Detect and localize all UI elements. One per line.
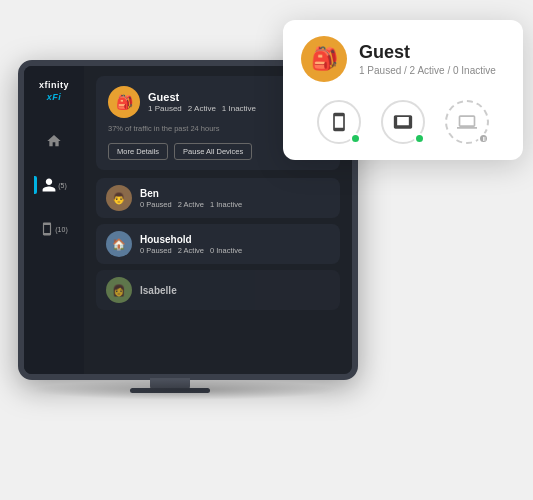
phone-icon-circle — [317, 100, 361, 144]
tv-shadow — [30, 380, 340, 400]
guest-avatar: 🎒 — [108, 86, 140, 118]
isabelle-avatar: 👩 — [106, 277, 132, 303]
active-bar — [34, 176, 37, 194]
ben-profile-item[interactable]: 👨 Ben 0 Paused 2 Active 1 Inactive — [96, 178, 340, 218]
phone-status-active — [350, 133, 361, 144]
popup-name: Guest — [359, 42, 505, 63]
pause-all-button[interactable]: Pause All Devices — [174, 143, 252, 160]
sidebar-item-devices[interactable]: (10) — [38, 215, 70, 243]
device-desktop[interactable]: ⏸ — [445, 100, 489, 144]
isabelle-profile-item[interactable]: 👩 Isabelle — [96, 270, 340, 310]
ben-stats: 0 Paused 2 Active 1 Inactive — [140, 200, 330, 209]
device-tablet[interactable] — [381, 100, 425, 144]
tablet-status-active — [414, 133, 425, 144]
household-avatar: 🏠 — [106, 231, 132, 257]
devices-row: ⏸ — [301, 96, 505, 144]
sidebar-item-home[interactable] — [38, 127, 70, 155]
desktop-status-paused: ⏸ — [478, 133, 489, 144]
isabelle-name: Isabelle — [140, 285, 330, 296]
brand: xfinity xFi — [39, 80, 69, 103]
popup-avatar: 🎒 — [301, 36, 347, 82]
popup-card: 🎒 Guest 1 Paused / 2 Active / 0 Inactive — [283, 20, 523, 160]
household-profile-item[interactable]: 🏠 Household 0 Paused 2 Active 0 Inactive — [96, 224, 340, 264]
household-name: Household — [140, 234, 330, 245]
ben-avatar: 👨 — [106, 185, 132, 211]
device-phone[interactable] — [317, 100, 361, 144]
sidebar: xfinity xFi (5) ( — [24, 66, 84, 374]
popup-stats: 1 Paused / 2 Active / 0 Inactive — [359, 65, 505, 76]
devices-badge: (10) — [55, 226, 67, 233]
more-details-button[interactable]: More Details — [108, 143, 168, 160]
household-stats: 0 Paused 2 Active 0 Inactive — [140, 246, 330, 255]
users-badge: (5) — [58, 182, 67, 189]
tablet-icon-circle — [381, 100, 425, 144]
desktop-icon-circle: ⏸ — [445, 100, 489, 144]
sidebar-item-users[interactable]: (5) — [38, 171, 70, 199]
ben-name: Ben — [140, 188, 330, 199]
popup-header: 🎒 Guest 1 Paused / 2 Active / 0 Inactive — [301, 36, 505, 82]
